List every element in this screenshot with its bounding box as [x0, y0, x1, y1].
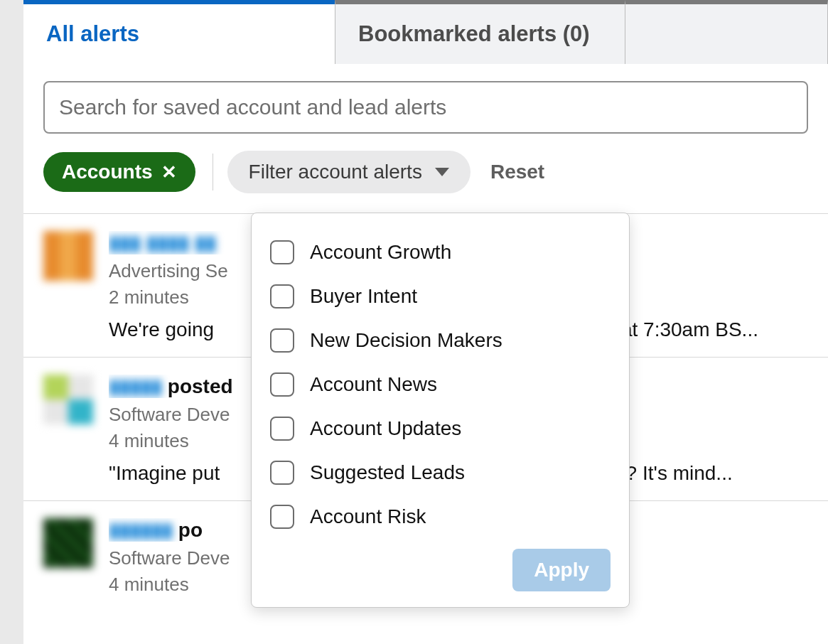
- filter-option[interactable]: Suggested Leads: [270, 451, 611, 495]
- accounts-chip[interactable]: Accounts ✕: [43, 152, 195, 192]
- checkbox[interactable]: [270, 328, 294, 353]
- chevron-down-icon: [435, 168, 449, 176]
- filter-option[interactable]: Buyer Intent: [270, 274, 611, 318]
- alert-link[interactable]: ▮▮▮▮▮: [109, 375, 162, 397]
- filter-option-label: Account Risk: [310, 505, 426, 528]
- avatar: [43, 375, 93, 424]
- close-icon[interactable]: ✕: [161, 163, 177, 181]
- filter-option-label: Account Growth: [310, 241, 451, 264]
- reset-button[interactable]: Reset: [490, 161, 544, 183]
- filter-option[interactable]: New Decision Makers: [270, 318, 611, 363]
- checkbox[interactable]: [270, 372, 294, 397]
- filter-option-label: Account News: [310, 373, 437, 396]
- filter-option[interactable]: Account Updates: [270, 407, 611, 451]
- filter-row: Accounts ✕ Filter account alerts Reset: [23, 146, 828, 213]
- filter-dropdown-button[interactable]: Filter account alerts: [227, 151, 471, 193]
- filter-option-label: Suggested Leads: [310, 461, 465, 484]
- vertical-divider: [213, 154, 213, 190]
- tab-all-alerts[interactable]: All alerts: [23, 0, 335, 64]
- checkbox[interactable]: [270, 417, 294, 441]
- filter-dropdown-popover: Account Growth Buyer Intent New Decision…: [251, 213, 630, 608]
- avatar: [43, 231, 93, 281]
- filter-option-label: New Decision Makers: [310, 329, 502, 352]
- filter-option-label: Buyer Intent: [310, 285, 417, 308]
- filter-option[interactable]: Account News: [270, 363, 611, 407]
- filter-option-label: Account Updates: [310, 417, 461, 440]
- filter-option[interactable]: Account Risk: [270, 495, 611, 539]
- checkbox[interactable]: [270, 461, 294, 485]
- filter-option[interactable]: Account Growth: [270, 230, 611, 274]
- tab-remainder: [625, 0, 828, 64]
- tabs-bar: All alerts Bookmarked alerts (0): [23, 0, 828, 64]
- search-input[interactable]: [43, 81, 808, 134]
- alert-link[interactable]: ▮▮▮▮▮▮: [109, 519, 173, 541]
- apply-button[interactable]: Apply: [512, 549, 611, 591]
- alert-link[interactable]: ▮▮▮ ▮▮▮▮ ▮▮: [109, 232, 216, 254]
- checkbox[interactable]: [270, 284, 294, 308]
- avatar: [43, 518, 93, 568]
- checkbox[interactable]: [270, 505, 294, 529]
- tab-bookmarked-alerts[interactable]: Bookmarked alerts (0): [335, 0, 625, 64]
- checkbox[interactable]: [270, 240, 294, 264]
- filter-dropdown-label: Filter account alerts: [249, 161, 422, 183]
- accounts-chip-label: Accounts: [62, 161, 153, 183]
